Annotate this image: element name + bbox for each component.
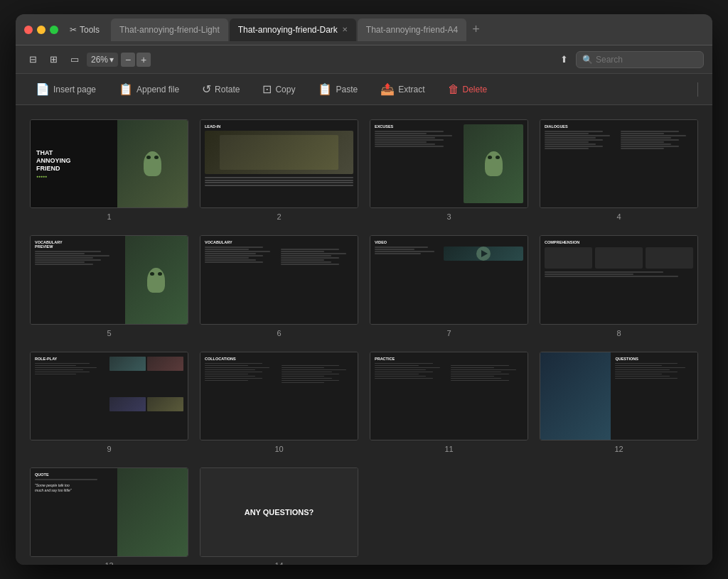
page-thumb-10[interactable]: COLLOCATIONS: [200, 352, 358, 440]
page-thumb-14[interactable]: ANY QUESTIONS?: [200, 467, 358, 556]
tab-light-label: That-annoying-friend-Light: [119, 25, 220, 35]
page-number-12: 12: [614, 445, 623, 453]
page-item-2[interactable]: LEAD-IN 2: [200, 119, 358, 221]
page-item-9[interactable]: ROLE-PLAY: [30, 352, 188, 453]
minimize-button[interactable]: [37, 26, 46, 34]
zoom-controls: − +: [121, 53, 151, 67]
copy-label: Copy: [275, 85, 295, 94]
page-number-4: 4: [616, 212, 621, 221]
share-button[interactable]: ⬆: [555, 51, 573, 67]
page-thumb-4[interactable]: DIALOGUES: [540, 119, 698, 208]
page-number-2: 2: [277, 212, 281, 221]
append-file-button[interactable]: 📋 Append file: [113, 80, 185, 99]
page10-title: COLLOCATIONS: [205, 357, 277, 361]
grid-view-button[interactable]: ⊞: [45, 51, 63, 67]
search-box[interactable]: 🔍: [576, 51, 704, 68]
delete-icon: 🗑: [448, 83, 459, 96]
page12-title: QUESTIONS: [615, 357, 693, 361]
page-thumb-1[interactable]: THATANNOYINGFRIEND ●●●●●: [30, 119, 188, 208]
rotate-button[interactable]: ↺ Rotate: [196, 80, 245, 99]
page1-title: THATANNOYINGFRIEND: [36, 149, 112, 172]
delete-button[interactable]: 🗑 Delete: [442, 80, 493, 99]
zoom-out-button[interactable]: −: [121, 53, 135, 67]
toolbar-divider: [697, 82, 698, 97]
paste-button[interactable]: 📋 Paste: [312, 80, 363, 99]
paste-icon: 📋: [318, 82, 332, 96]
page-thumb-8[interactable]: COMPREHENSION: [540, 235, 698, 324]
add-tab-button[interactable]: +: [468, 21, 484, 38]
rotate-icon: ↺: [202, 82, 211, 96]
chevron-down-icon: ▾: [109, 55, 114, 65]
zoom-in-button[interactable]: +: [136, 53, 151, 67]
extract-label: Extract: [398, 85, 424, 94]
page-thumb-7[interactable]: VIDEO: [370, 235, 528, 324]
delete-label: Delete: [463, 85, 488, 94]
page-item-1[interactable]: THATANNOYINGFRIEND ●●●●●: [30, 119, 188, 221]
tab-close-icon[interactable]: ✕: [342, 26, 348, 33]
page-number-1: 1: [107, 212, 111, 221]
page7-title: VIDEO: [375, 240, 523, 244]
page-thumb-6[interactable]: VOCABULARY: [200, 235, 358, 324]
paste-label: Paste: [336, 85, 358, 94]
tools-menu[interactable]: ✂ Tools: [70, 25, 100, 35]
append-file-label: Append file: [136, 85, 179, 94]
tabs-container: That-annoying-friend-Light That-annoying…: [111, 18, 704, 41]
page-number-3: 3: [446, 212, 451, 221]
page-thumb-5[interactable]: VOCABULARYPREVIEW: [30, 235, 188, 324]
page-item-5[interactable]: VOCABULARYPREVIEW: [30, 235, 188, 337]
tab-dark[interactable]: That-annoying-friend-Dark ✕: [230, 18, 356, 41]
page-number-11: 11: [444, 445, 453, 453]
page-item-8[interactable]: COMPREHENSION 8: [540, 235, 698, 337]
close-button[interactable]: [24, 26, 33, 34]
view-toolbar: ⊟ ⊞ ▭ 26% ▾ − + ⬆ 🔍: [16, 45, 712, 74]
sidebar-toggle-button[interactable]: ⊟: [24, 51, 42, 67]
page-item-6[interactable]: VOCABULARY: [200, 235, 358, 337]
page-item-3[interactable]: EXCUSES: [370, 119, 528, 221]
copy-button[interactable]: ⊡ Copy: [257, 80, 301, 99]
page-item-7[interactable]: VIDEO: [370, 235, 528, 337]
page-item-14[interactable]: ANY QUESTIONS? 14: [200, 467, 358, 565]
search-input[interactable]: [596, 55, 697, 65]
extract-button[interactable]: 📤 Extract: [375, 80, 430, 99]
app-window: ✂ Tools That-annoying-friend-Light That-…: [16, 14, 712, 565]
page-number-10: 10: [274, 445, 283, 453]
insert-page-button[interactable]: 📄 Insert page: [30, 80, 102, 99]
extract-icon: 📤: [380, 82, 395, 96]
tab-a4-label: That-annoying-friend-A4: [366, 25, 458, 35]
insert-page-icon: 📄: [36, 82, 50, 96]
action-toolbar: 📄 Insert page 📋 Append file ↺ Rotate ⊡ C…: [16, 74, 712, 105]
page-number-13: 13: [105, 561, 113, 565]
page4-title: DIALOGUES: [545, 124, 693, 129]
maximize-button[interactable]: [50, 26, 58, 34]
page-item-10[interactable]: COLLOCATIONS: [200, 352, 358, 453]
append-file-icon: 📋: [119, 82, 133, 96]
page5-title: VOCABULARYPREVIEW: [35, 240, 118, 249]
insert-page-label: Insert page: [53, 85, 96, 94]
tab-dark-label: That-annoying-friend-Dark: [238, 25, 338, 35]
page-item-13[interactable]: QUOTE "Some people talk toomuch and say …: [30, 467, 188, 565]
pages-container[interactable]: THATANNOYINGFRIEND ●●●●●: [16, 105, 712, 565]
page9-title: ROLE-PLAY: [35, 357, 104, 361]
page-thumb-12[interactable]: QUESTIONS: [540, 352, 698, 440]
toolbar-left: ⊟ ⊞ ▭ 26% ▾ − +: [24, 51, 151, 67]
zoom-display: 26% ▾: [87, 53, 118, 67]
page-item-12[interactable]: QUESTIONS: [540, 352, 698, 453]
page-thumb-11[interactable]: PRACTICE: [370, 352, 528, 440]
page-item-11[interactable]: PRACTICE: [370, 352, 528, 453]
tab-light[interactable]: That-annoying-friend-Light: [111, 18, 228, 41]
page-thumb-3[interactable]: EXCUSES: [370, 119, 528, 208]
page14-title: ANY QUESTIONS?: [245, 508, 314, 516]
single-view-button[interactable]: ▭: [65, 51, 84, 67]
page-thumb-9[interactable]: ROLE-PLAY: [30, 352, 188, 440]
page8-title: COMPREHENSION: [545, 240, 693, 244]
tab-a4[interactable]: That-annoying-friend-A4: [358, 18, 466, 41]
page3-title: EXCUSES: [375, 124, 461, 129]
title-bar: ✂ Tools That-annoying-friend-Light That-…: [16, 14, 712, 45]
traffic-lights: [24, 26, 58, 34]
page-item-4[interactable]: DIALOGUES: [540, 119, 698, 221]
page-number-5: 5: [107, 329, 111, 337]
page-thumb-2[interactable]: LEAD-IN: [200, 119, 358, 208]
page-thumb-13[interactable]: QUOTE "Some people talk toomuch and say …: [30, 467, 188, 556]
scissor-icon: ✂: [70, 25, 77, 35]
page-number-8: 8: [616, 329, 621, 337]
